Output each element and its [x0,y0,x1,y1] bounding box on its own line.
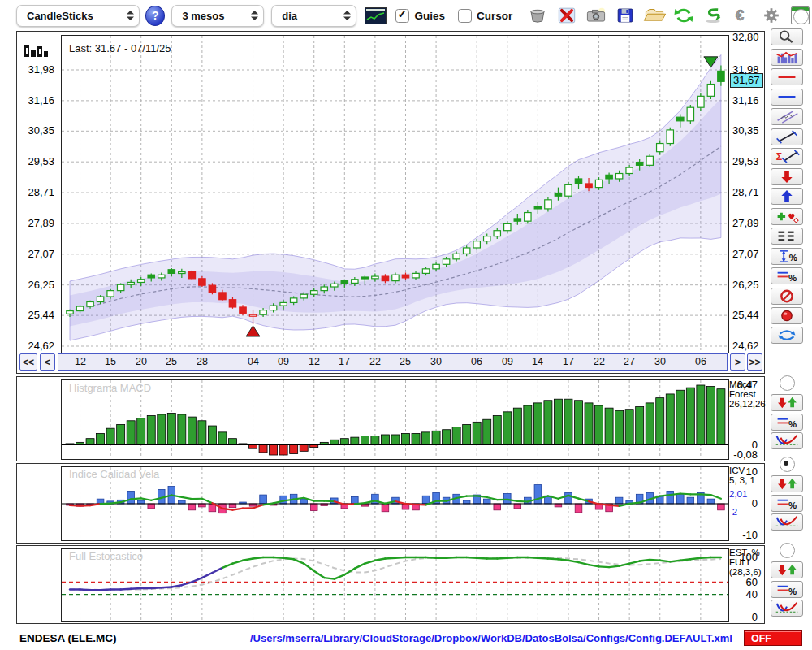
date-tick-label: 12 [304,356,325,367]
blue-line-tool-button[interactable] [771,89,803,106]
price-tick-label: 25,44 [732,309,759,321]
icv-params-label: 5, 3, 1 [729,475,755,485]
buy-marker-button[interactable] [771,188,803,205]
indicator-chart-button[interactable] [771,49,803,66]
price-tick-label: 28,71 [732,186,759,198]
chart-type-select[interactable]: CandleSticks [16,5,140,27]
measure-vertical-button[interactable]: % [771,248,803,265]
forbidden-icon [773,288,801,304]
crossing-curves-icon [773,433,801,448]
icv-plot-area[interactable] [61,466,729,541]
nav-back-button[interactable]: < [40,353,55,370]
cursor-label: Cursor [477,10,512,22]
guies-checkbox[interactable] [395,9,409,23]
price-plot-area[interactable] [61,35,729,353]
date-axis[interactable]: 1215202528040912172225300609141722273006 [58,353,728,370]
sell-marker-button[interactable] [771,168,803,185]
stoch-params-label: (28,3,6) [729,567,762,577]
svg-text:%: % [788,500,797,510]
macd-percent-button[interactable]: % [771,414,803,431]
red-line-icon [773,69,801,84]
price-axis-right: 32,80 31,67 31,9831,1630,3529,5328,7127,… [728,32,764,353]
icv-panel: 10 0 -10 Indice Calidad Vela ICV 5, 3, 1… [16,463,765,544]
plus-heart-icon [773,209,801,224]
icv-value-negative: -2 [729,507,737,517]
stoch-percent-button[interactable]: % [771,581,803,598]
price-tick-label: 24,62 [28,340,54,352]
delete-button[interactable] [555,5,579,26]
cursor-checkbox[interactable] [458,9,472,23]
help-button[interactable]: ? [145,6,165,26]
down-up-arrows-icon [773,476,801,492]
open-button[interactable] [642,5,667,26]
period-select[interactable]: 3 mesos [171,5,264,27]
stoch-curves-button[interactable] [771,600,803,617]
refresh-arrows-icon [672,6,696,25]
macd-plot-area[interactable] [61,379,729,460]
macd-curves-button[interactable] [771,432,803,449]
date-tick-label: 20 [131,356,152,367]
disable-tool-button[interactable] [771,288,803,305]
svg-text:%: % [789,253,797,262]
sum-trendline-tool-button[interactable]: Σ [771,148,803,165]
right-toolbar: Σ [768,0,812,650]
red-line-tool-button[interactable] [771,68,803,85]
radio-stoch-panel[interactable] [780,543,795,558]
down-up-arrows-icon [773,562,801,578]
stoch-plot-area[interactable] [61,548,729,622]
trendline-tool-button[interactable] [771,128,803,145]
swap-button[interactable] [771,327,803,344]
zoom-button[interactable] [771,28,803,46]
symbol-label: ENDESA (ELE.MC) [19,632,117,644]
refresh-button[interactable] [672,5,696,26]
nav-fast-back-button[interactable]: << [19,353,37,370]
date-tick-label: 22 [589,356,610,367]
channel-tool-button[interactable] [771,108,803,125]
date-tick-label: 09 [273,356,294,367]
price-tick-label: 24,62 [732,340,759,352]
guies-group: Guies [395,9,445,23]
price-chart-panel: 31,9831,1630,3529,5328,7127,8927,0726,25… [16,31,765,374]
trash-button[interactable] [525,5,550,26]
date-tick-label: 15 [100,356,121,367]
euro-button[interactable]: € [730,5,754,26]
icv-arrows-button[interactable] [771,475,803,492]
icv-right-label-1: ICV [729,466,745,475]
mini-chart-button[interactable] [364,5,387,26]
icv-curves-button[interactable] [771,514,803,531]
sync-button[interactable] [701,5,725,26]
interval-select[interactable]: dia [271,5,356,27]
radio-macd-panel[interactable] [780,375,795,391]
stoch-right-label-2: FULL [729,557,752,567]
stoch-y-40: 40 [746,588,758,600]
radio-icv-panel[interactable] [780,457,795,472]
date-tick-label: 22 [365,356,386,367]
price-tick-label: 27,07 [732,248,759,260]
svg-text:%: % [788,273,797,283]
trendline-icon [773,129,801,145]
snapshot-button[interactable] [584,5,608,26]
add-marker-button[interactable] [771,208,803,225]
s-arrow-icon [701,6,725,25]
icv-title: Indice Calidad Vela [69,468,159,480]
stoch-arrows-button[interactable] [771,561,803,578]
percent-lines-button[interactable]: % [771,267,803,284]
svg-text:Σ: Σ [776,151,783,162]
macd-arrows-button[interactable] [771,394,803,411]
blue-line-icon [773,89,801,105]
levels-tool-button[interactable] [771,228,803,245]
price-tick-label: 30,35 [732,124,759,136]
date-tick-label: 27 [619,356,640,367]
record-button[interactable] [771,307,803,324]
save-button[interactable] [613,5,637,26]
off-button[interactable]: OFF [744,630,802,646]
stoch-right-label-1: EST. % [729,548,760,557]
price-tick-label: 26,25 [28,279,54,291]
icv-percent-button[interactable]: % [771,495,803,512]
radio-main-panel[interactable] [793,9,809,24]
down-up-arrows-icon [773,395,801,410]
camera-icon [584,6,608,25]
nav-fast-forward-button[interactable]: >> [747,353,762,370]
nav-forward-button[interactable]: > [730,353,745,370]
price-tick-label: 29,53 [732,155,759,167]
